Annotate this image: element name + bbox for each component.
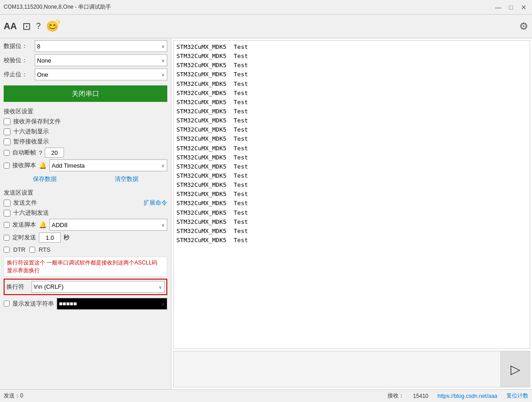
data-bits-label: 数据位： — [4, 42, 35, 50]
receive-line: STM32CuMX_MDK5 Test — [176, 144, 527, 153]
receive-line: STM32CuMX_MDK5 Test — [176, 70, 527, 79]
display-send-checkbox[interactable] — [4, 301, 10, 307]
stop-bits-select-wrapper: One — [35, 69, 167, 80]
hex-send-checkbox[interactable] — [4, 210, 11, 217]
save-data-link[interactable]: 保存数据 — [33, 175, 57, 183]
receive-line: STM32CuMX_MDK5 Test — [176, 98, 527, 107]
main-layout: 数据位： 8 校验位： None 停止位： One — [0, 38, 532, 389]
rts-checkbox[interactable] — [29, 247, 35, 253]
receive-count-label: 接收： — [388, 392, 404, 400]
hex-display-checkbox[interactable] — [4, 128, 11, 135]
send-count-label: 发送： — [4, 392, 20, 399]
timer-send-checkbox[interactable] — [4, 235, 10, 241]
rts-label: RTS — [39, 246, 51, 253]
receive-script-row: 接收脚本 🔔 Add Timesta — [4, 159, 167, 171]
dtr-checkbox[interactable] — [4, 247, 10, 253]
status-bar: 发送：0 接收：15410 https://blog.csdn.net/aaa … — [0, 389, 532, 402]
maximize-button[interactable]: □ — [506, 3, 516, 12]
color-select[interactable]: ■■■■■ — [57, 298, 167, 310]
receive-line: STM32CuMX_MDK5 Test — [176, 199, 527, 208]
minimize-button[interactable]: — — [494, 3, 503, 12]
send-button[interactable]: ▷ — [500, 351, 530, 387]
blog-url-link[interactable]: https://blog.csdn.net/aaa — [437, 393, 497, 399]
clear-data-link[interactable]: 清空数据 — [115, 175, 138, 183]
send-script-select[interactable]: ADD8 — [49, 219, 167, 231]
display-send-row: 显示发送字符串 ■■■■■ — [4, 298, 167, 310]
stop-bits-select[interactable]: One — [35, 69, 167, 80]
newline-row: 换行符 \r\n (CRLF) — [4, 279, 167, 295]
timer-send-row: 定时发送 秒 — [4, 233, 167, 243]
parity-select[interactable]: None — [35, 54, 167, 66]
save-to-file-checkbox[interactable] — [4, 118, 11, 125]
close-port-button[interactable]: 关闭串口 — [4, 85, 167, 102]
send-input[interactable] — [174, 351, 500, 387]
status-right: 接收：15410 https://blog.csdn.net/aaa 复位计数 — [388, 392, 528, 400]
auto-frame-input[interactable]: 20 — [45, 148, 64, 158]
receive-line: STM32CuMX_MDK5 Test — [176, 171, 527, 180]
receive-script-select[interactable]: Add Timesta — [49, 159, 167, 171]
receive-count-value: 15410 — [413, 393, 428, 399]
tooltip-area: 换行符设置这个 一般串口调试软件都是接收到这两个ASCLL码 显示界面换行 — [4, 257, 167, 277]
crop-icon[interactable]: ⊡ — [22, 21, 31, 32]
auto-frame-help-icon[interactable]: ? — [39, 149, 42, 156]
receive-line: STM32CuMX_MDK5 Test — [176, 134, 527, 143]
data-bits-select-wrapper: 8 — [35, 40, 167, 52]
save-to-file-label: 接收并保存到文件 — [13, 117, 61, 126]
receive-script-label: 接收脚本 — [12, 161, 36, 169]
send-script-checkbox[interactable] — [4, 222, 10, 228]
stop-bits-row: 停止位： One — [4, 69, 167, 80]
left-panel: 数据位： 8 校验位： None 停止位： One — [0, 38, 171, 389]
parity-row: 校验位： None — [4, 54, 167, 66]
receive-line: STM32CuMX_MDK5 Test — [176, 42, 527, 52]
auto-frame-row: 自动断帧 ? 20 — [4, 148, 167, 158]
window-title: COM13,115200,None,8,One - 串口调试助手 — [4, 3, 111, 11]
color-select-wrapper: ■■■■■ — [57, 298, 167, 310]
receive-line: STM32CuMX_MDK5 Test — [176, 61, 527, 70]
receive-line: STM32CuMX_MDK5 Test — [176, 227, 527, 236]
reset-count-link[interactable]: 复位计数 — [506, 392, 528, 400]
receive-line: STM32CuMX_MDK5 Test — [176, 217, 527, 227]
emoji-icon[interactable]: 😊 ✨ — [46, 21, 59, 32]
receive-line: STM32CuMX_MDK5 Test — [176, 107, 527, 116]
dtr-rts-row: DTR RTS — [4, 246, 167, 253]
send-file-row: 发送文件 扩展命令 — [4, 199, 167, 207]
receive-script-select-wrapper: Add Timesta — [49, 159, 167, 171]
stop-bits-label: 停止位： — [4, 70, 35, 79]
tooltip-text: 换行符设置这个 一般串口调试软件都是接收到这两个ASCLL码 显示界面换行 — [7, 259, 157, 274]
dtr-label: DTR — [13, 246, 26, 253]
timer-send-input[interactable] — [39, 233, 61, 243]
hex-display-label: 十六进制显示 — [13, 127, 49, 136]
send-area: ▷ — [173, 351, 530, 387]
close-button[interactable]: ✕ — [519, 3, 528, 12]
toolbar: AA ⊡ ? 😊 ✨ ⚙ — [0, 15, 532, 38]
auto-frame-checkbox[interactable] — [4, 150, 10, 156]
right-panel: STM32CuMX_MDK5 TestSTM32CuMX_MDK5 TestST… — [171, 38, 532, 389]
send-file-checkbox-row: 发送文件 — [4, 199, 37, 207]
hex-display-row: 十六进制显示 — [4, 127, 167, 136]
settings-icon[interactable]: ⚙ — [519, 21, 528, 32]
send-script-bell-icon: 🔔 — [39, 221, 47, 228]
receive-area: STM32CuMX_MDK5 TestSTM32CuMX_MDK5 TestST… — [173, 40, 530, 349]
receive-line: STM32CuMX_MDK5 Test — [176, 52, 527, 61]
newline-select-wrapper: \r\n (CRLF) — [32, 281, 165, 293]
display-send-label: 显示发送字符串 — [12, 300, 54, 308]
expand-cmd-link[interactable]: 扩展命令 — [144, 199, 167, 207]
receive-script-bell-icon: 🔔 — [39, 162, 47, 169]
pause-display-row: 暂停接收显示 — [4, 138, 167, 146]
font-size-icon[interactable]: AA — [4, 21, 17, 32]
receive-settings-title: 接收区设置 — [4, 107, 167, 116]
newline-label: 换行符 — [6, 283, 32, 291]
window-controls: — □ ✕ — [494, 3, 528, 12]
send-file-checkbox[interactable] — [4, 200, 11, 206]
help-icon[interactable]: ? — [36, 21, 41, 31]
send-file-label: 发送文件 — [13, 199, 37, 207]
hex-send-label: 十六进制发送 — [13, 209, 49, 217]
data-bits-select[interactable]: 8 — [35, 40, 167, 52]
pause-display-checkbox[interactable] — [4, 138, 11, 145]
receive-script-checkbox[interactable] — [4, 163, 10, 169]
status-left: 发送：0 — [4, 392, 23, 400]
send-count-value: 0 — [20, 392, 23, 399]
data-bits-row: 数据位： 8 — [4, 40, 167, 52]
newline-select[interactable]: \r\n (CRLF) — [32, 281, 165, 293]
receive-line: STM32CuMX_MDK5 Test — [176, 208, 527, 217]
